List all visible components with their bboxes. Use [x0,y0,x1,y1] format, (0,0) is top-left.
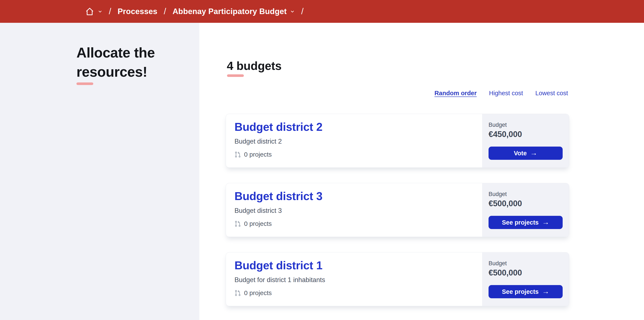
home-icon [85,7,94,16]
see-projects-button[interactable]: See projects → [488,216,563,229]
budget-amount: €450,000 [488,130,563,139]
budget-description: Budget district 2 [234,138,482,145]
budget-card: Budget district 1 Budget for district 1 … [226,252,569,306]
breadcrumb-separator: / [109,7,111,16]
budgets-page: / Processes / Abbenay Participatory Budg… [0,0,644,320]
heading-underline [227,74,244,77]
breadcrumb-link-process[interactable]: Abbenay Participatory Budget [172,7,287,16]
sidebar: Allocate the resources! [0,23,199,320]
budgets-count-heading: 4 budgets [227,59,569,73]
budget-description: Budget for district 1 inhabitants [234,276,482,284]
see-projects-button-label: See projects [502,288,538,295]
sort-lowest-cost[interactable]: Lowest cost [536,90,568,97]
vote-button-label: Vote [514,150,527,157]
projects-count: 0 projects [244,151,272,158]
budget-label: Budget [488,191,563,197]
budget-title-link[interactable]: Budget district 3 [234,190,322,203]
sort-highest-cost[interactable]: Highest cost [489,90,523,97]
budget-card-body: Budget district 3 Budget district 3 0 pr… [226,183,482,237]
budget-title-link[interactable]: Budget district 2 [234,120,322,133]
home-menu-button[interactable] [85,7,102,16]
budget-card-body: Budget district 2 Budget district 2 0 pr… [226,114,482,167]
arrow-right-icon: → [530,149,537,156]
see-projects-button-label: See projects [502,219,538,226]
arrow-right-icon: → [542,218,549,226]
breadcrumb-separator: / [164,7,166,16]
sort-options: Random order Highest cost Lowest cost [226,90,569,97]
breadcrumb-separator: / [301,7,304,16]
main-content: 4 budgets Random order Highest cost Lowe… [226,23,569,306]
budget-projects-meta: 0 projects [234,220,482,227]
see-projects-button[interactable]: See projects → [488,285,563,298]
arrow-right-icon: → [542,288,549,295]
budget-amount-panel: Budget €500,000 See projects → [482,252,569,306]
breadcrumb-process-menu[interactable]: Abbenay Participatory Budget [172,7,295,16]
sort-random-order[interactable]: Random order [434,90,476,97]
budget-card-list: Budget district 2 Budget district 2 0 pr… [226,114,569,306]
breadcrumb-link-processes[interactable]: Processes [118,7,158,16]
title-underline [76,83,93,85]
projects-icon [234,220,241,227]
chevron-down-icon [290,9,295,14]
budget-description: Budget district 3 [234,207,482,214]
budget-amount-panel: Budget €450,000 Vote → [482,114,569,167]
projects-icon [234,151,241,158]
page-title: Allocate the resources! [76,43,168,82]
budget-card: Budget district 2 Budget district 2 0 pr… [226,114,569,168]
budget-card-body: Budget district 1 Budget for district 1 … [226,252,482,306]
budget-amount-panel: Budget €500,000 See projects → [482,183,569,237]
vote-button[interactable]: Vote → [488,147,563,160]
projects-count: 0 projects [244,289,272,296]
breadcrumb-bar: / Processes / Abbenay Participatory Budg… [0,0,644,23]
breadcrumb: / Processes / Abbenay Participatory Budg… [85,7,310,16]
budget-projects-meta: 0 projects [234,289,482,296]
projects-icon [234,290,241,296]
budget-projects-meta: 0 projects [234,151,482,158]
budget-amount: €500,000 [488,268,563,277]
budget-label: Budget [488,122,563,128]
budget-amount: €500,000 [488,199,563,208]
chevron-down-icon [98,9,102,14]
projects-count: 0 projects [244,220,272,227]
budget-card: Budget district 3 Budget district 3 0 pr… [226,183,569,237]
budget-label: Budget [488,260,563,267]
budget-title-link[interactable]: Budget district 1 [234,259,322,272]
